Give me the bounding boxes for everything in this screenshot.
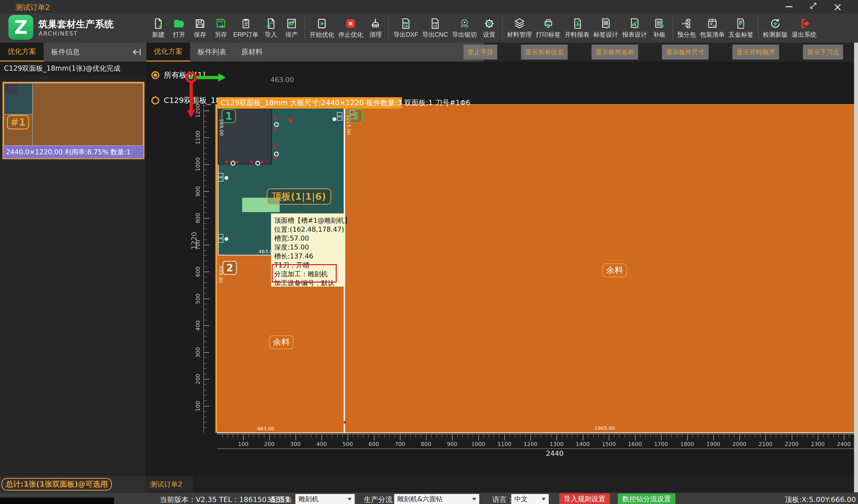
h-ruler-tick bbox=[839, 435, 839, 438]
app-logo: Z bbox=[9, 15, 33, 40]
toolbar-button-hardware[interactable]: 五金标签 bbox=[727, 17, 756, 39]
x-axis-arrow bbox=[196, 76, 218, 79]
v-ruler-tick bbox=[204, 272, 209, 272]
main-tab-0[interactable]: 优化方案 bbox=[146, 43, 190, 62]
toolbar-button-stop[interactable]: 停止优化 bbox=[336, 17, 365, 39]
app-subtitle: ARCHINEST bbox=[39, 30, 78, 37]
toolbar-button-label: 排产 bbox=[285, 31, 298, 39]
thumbnail-cut-line-h bbox=[4, 114, 32, 115]
right-scrollbar-strip[interactable] bbox=[854, 43, 858, 492]
material-icon bbox=[514, 17, 525, 30]
sidebar-collapse-button[interactable] bbox=[131, 47, 142, 58]
start-icon bbox=[316, 17, 328, 30]
toolbar-button-settings[interactable]: 设置 bbox=[479, 17, 500, 39]
section-1-badge: 1 bbox=[222, 109, 236, 123]
toolbar-button-labeldesign[interactable]: 标签设计 bbox=[591, 17, 620, 39]
h-ruler-tick bbox=[661, 435, 662, 440]
v-ruler-tick bbox=[204, 116, 207, 116]
toolbar-button-saw[interactable]: 导出锯切 bbox=[450, 17, 479, 39]
order-tab[interactable]: 测试订单2 bbox=[146, 476, 193, 492]
toolbar-button-label: 标签设计 bbox=[593, 31, 618, 39]
minimize-button[interactable] bbox=[781, 1, 797, 12]
toolbar-button-import[interactable]: XML导入 bbox=[260, 17, 281, 39]
toolbar-button-label: 清理 bbox=[369, 31, 382, 39]
leftover-label-1: 余料 bbox=[269, 335, 293, 349]
toolbar-button-cnc[interactable]: CNC导出CNC bbox=[420, 17, 450, 39]
svg-text:CNC: CNC bbox=[433, 22, 439, 25]
config-set-select[interactable]: 雕刻机 bbox=[295, 494, 355, 504]
h-ruler-tick bbox=[546, 435, 546, 438]
h-ruler-tick bbox=[243, 435, 244, 440]
toolbar-button-label: 导入 bbox=[265, 31, 277, 39]
toolbar-button-new[interactable]: 新建 bbox=[148, 17, 169, 39]
dim-top-463: 463.00 bbox=[270, 76, 294, 84]
hardware-icon bbox=[735, 17, 747, 30]
production-flow-select[interactable]: 雕刻机&六面钻 bbox=[394, 494, 479, 504]
toolbar-button-prepack[interactable]: 预分包 bbox=[676, 17, 698, 39]
toolbar-button-erp[interactable]: ERP订单 bbox=[231, 17, 260, 39]
language-select[interactable]: 中文 bbox=[511, 494, 549, 504]
view-button-3[interactable]: 显示板件尺寸 bbox=[662, 45, 709, 60]
toolbar-button-dxf[interactable]: DXF导出DXF bbox=[391, 17, 420, 39]
part-name-label[interactable]: 顶板(1|1|6) bbox=[267, 189, 331, 205]
close-button[interactable]: × bbox=[830, 1, 846, 12]
v-ruler-tick bbox=[204, 325, 209, 326]
h-ruler-tick bbox=[640, 435, 640, 438]
toolbar-button-save[interactable]: 保存 bbox=[190, 17, 210, 39]
v-ruler-tick bbox=[204, 406, 209, 407]
h-ruler-tick bbox=[583, 435, 583, 440]
h-ruler-tick bbox=[462, 435, 463, 438]
cnc-icon: CNC bbox=[429, 17, 441, 30]
h-ruler-tick bbox=[635, 435, 635, 440]
toolbar-button-material[interactable]: 材料管理 bbox=[505, 17, 534, 39]
import-rules-button[interactable]: 导入规则设置 bbox=[559, 493, 610, 504]
mark-ring bbox=[255, 161, 260, 166]
sidebar-tab-1[interactable]: 板件信息 bbox=[44, 43, 88, 62]
view-button-1[interactable]: 显示所有信息 bbox=[521, 45, 568, 60]
toolbar-button-start[interactable]: 开始优化 bbox=[307, 17, 336, 39]
toolbar-button-open[interactable]: 打开 bbox=[169, 17, 190, 39]
v-ruler-tick bbox=[204, 266, 207, 267]
v-ruler-tick bbox=[204, 358, 207, 358]
toolbar-button-print[interactable]: 打印标签 bbox=[534, 17, 563, 39]
toolbar-button-exit[interactable]: 退出系统 bbox=[790, 17, 819, 39]
toolbar-button-package[interactable]: 包装清单 bbox=[698, 17, 727, 39]
reportdesign-icon bbox=[629, 17, 640, 30]
toolbar-button-label: 开始优化 bbox=[309, 31, 334, 39]
view-button-0[interactable]: 禁止手排 bbox=[463, 45, 497, 60]
h-ruler-tick bbox=[316, 435, 317, 438]
maximize-button[interactable] bbox=[806, 1, 821, 12]
toolbar-button-update[interactable]: 检测新版 bbox=[761, 17, 790, 39]
toolbar-button-saveas[interactable]: 另存 bbox=[210, 17, 231, 39]
toolbar-button-label: 退出系统 bbox=[792, 31, 816, 39]
h-ruler-tick bbox=[442, 435, 442, 438]
tooltip-line-1: 位置:(162.48,178.47) bbox=[274, 225, 342, 234]
toolbar-button-reportdesign[interactable]: 报表设计 bbox=[620, 17, 649, 39]
h-ruler-lower-line bbox=[217, 449, 854, 449]
main-tab-2[interactable]: 原材料 bbox=[234, 43, 270, 62]
sheet-thumbnail-preview: #1 bbox=[3, 83, 143, 146]
board-bottom-border bbox=[217, 432, 854, 433]
v-ruler-tick bbox=[204, 111, 209, 111]
h-ruler-label: 1700 bbox=[651, 441, 671, 447]
main-tab-1[interactable]: 板件列表 bbox=[190, 43, 234, 62]
sheet-thumbnail-card[interactable]: #1 2440.0×1220.00 利用率:8.75% 数量:1 bbox=[2, 82, 144, 159]
sidebar-tab-0[interactable]: 优化方案 bbox=[0, 43, 44, 62]
nc-drill-flow-button[interactable]: 数控钻分流设置 bbox=[618, 493, 676, 504]
title-bar: 测试订单2 × bbox=[0, 0, 858, 13]
h-ruler-label: 1400 bbox=[573, 441, 593, 447]
svg-text:XML: XML bbox=[269, 21, 275, 25]
toolbar-button-schedule[interactable]: 排产 bbox=[281, 17, 302, 39]
toolbar-button-clean[interactable]: 清理 bbox=[365, 17, 386, 39]
plan-list-item[interactable]: C129双面板_18mm(1张)@优化完成 bbox=[0, 62, 146, 76]
view-button-2[interactable]: 显示板件名称 bbox=[591, 45, 638, 60]
h-ruler-tick bbox=[238, 435, 238, 438]
h-ruler-label: 1200 bbox=[521, 441, 540, 447]
view-button-5[interactable]: 显示下刀点 bbox=[803, 45, 843, 60]
toolbar-button-report[interactable]: 开料报表 bbox=[563, 17, 591, 39]
h-ruler-tick bbox=[619, 435, 620, 438]
v-ruler-label: 900 bbox=[195, 182, 201, 200]
toolbar-button-patch[interactable]: 补板 bbox=[649, 17, 670, 39]
view-toggle-buttons: 禁止手排显示所有信息显示板件名称显示板件尺寸显示开料顺序显示下刀点 bbox=[463, 45, 843, 60]
view-button-4[interactable]: 显示开料顺序 bbox=[732, 45, 779, 60]
